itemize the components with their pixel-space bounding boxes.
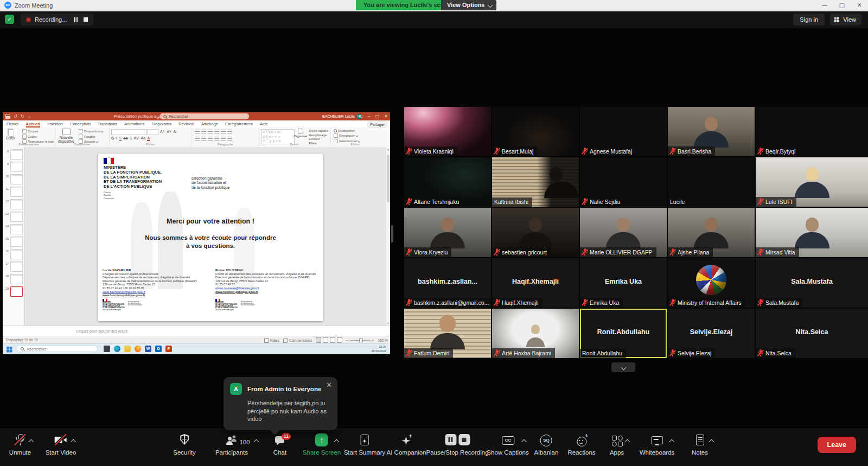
- slide-thumbnail-11[interactable]: 11: [3, 186, 24, 198]
- view-options-button[interactable]: View Options: [441, 0, 496, 10]
- strikethrough-button[interactable]: ab: [124, 136, 128, 141]
- chat-notification-popup[interactable]: A From Admin to Everyone ✕ Përshëndetje …: [224, 377, 337, 430]
- chevron-up-icon[interactable]: [669, 439, 675, 445]
- toolbar-chat-button[interactable]: Chat11: [273, 433, 287, 456]
- align-right-icon[interactable]: [208, 137, 213, 141]
- find-button[interactable]: Rechercher: [334, 129, 360, 132]
- ppt-close-button[interactable]: ✕: [384, 112, 388, 120]
- chevron-up-icon[interactable]: [254, 439, 259, 445]
- redo-icon[interactable]: ↻: [21, 114, 24, 119]
- zoom-level[interactable]: 102 %: [378, 339, 388, 342]
- windows-start-icon[interactable]: [7, 347, 9, 349]
- participant-tile[interactable]: Marie OLLIVIER DGAFP: [580, 208, 667, 257]
- ppt-ribbon-options-icon[interactable]: ▭: [359, 112, 363, 120]
- copy-button[interactable]: Copier: [22, 135, 54, 139]
- sign-in-button[interactable]: Sign in: [793, 14, 825, 25]
- smartart-icon[interactable]: [227, 137, 232, 141]
- minimize-button[interactable]: —: [816, 0, 833, 11]
- slide-thumbnail-9[interactable]: 9: [3, 161, 24, 173]
- slide-thumbnail-18[interactable]: 18: [3, 273, 24, 285]
- char-spacing-button[interactable]: AV: [134, 136, 139, 141]
- participant-tile[interactable]: Altane Tershnjaku: [404, 157, 491, 207]
- pause-recording-icon[interactable]: [74, 17, 78, 22]
- ppt-restore-button[interactable]: ▢: [375, 112, 380, 120]
- close-icon[interactable]: ✕: [326, 381, 332, 389]
- underline-button[interactable]: S: [119, 136, 122, 141]
- save-icon[interactable]: [5, 114, 10, 119]
- bullet-list-icon[interactable]: [195, 130, 200, 134]
- toolbar-whiteboards-button[interactable]: Whiteboards: [640, 433, 675, 456]
- chevron-up-icon[interactable]: [625, 439, 630, 445]
- tab-revision[interactable]: Révision: [178, 120, 194, 127]
- comments-toggle[interactable]: Commentaires: [283, 338, 312, 343]
- font-size-select[interactable]: [148, 129, 158, 135]
- slide-thumbnail-12[interactable]: 12: [3, 198, 24, 210]
- columns-icon[interactable]: [221, 137, 226, 141]
- share-document-button[interactable]: Partager: [367, 122, 387, 127]
- participant-tile[interactable]: Vlora.Kryeziu: [404, 208, 491, 257]
- stop-recording-icon[interactable]: [84, 17, 88, 22]
- ppt-minimize-button[interactable]: −: [368, 112, 371, 120]
- ppt-account[interactable]: BACHELIER LucileLB: [322, 112, 362, 120]
- qat-more-icon[interactable]: ⌄: [27, 114, 31, 119]
- toolbar-albanian-button[interactable]: SQAlbanian: [534, 433, 559, 456]
- zoom-slider[interactable]: −+: [346, 339, 374, 342]
- firefox-icon[interactable]: [135, 346, 141, 352]
- participant-tile[interactable]: Artë Hoxha Bajrami: [492, 309, 579, 358]
- notes-toggle[interactable]: Notes: [264, 338, 279, 343]
- slide-thumbnail-10[interactable]: 10: [3, 173, 24, 186]
- outlook-icon[interactable]: O: [155, 346, 162, 352]
- view-layout-button[interactable]: View: [830, 14, 861, 25]
- replace-button[interactable]: Remplacer: [334, 133, 360, 138]
- normal-view-button[interactable]: [316, 337, 321, 343]
- toolbar-security-button[interactable]: Security: [173, 433, 196, 456]
- slide-scrollbar[interactable]: ▲▼: [386, 147, 390, 325]
- chevron-up-icon[interactable]: [709, 439, 714, 445]
- tab-insertion[interactable]: Insertion: [47, 120, 63, 127]
- shapes-gallery[interactable]: ▱╲╲▭○▭△▽◇○☆▱◠⌒{ }☆▽: [261, 129, 295, 144]
- participant-tile[interactable]: Lucile: [668, 157, 755, 207]
- font-name-select[interactable]: [111, 129, 147, 135]
- slide-thumbnail-14[interactable]: 14: [3, 223, 24, 235]
- chevron-up-icon[interactable]: [521, 439, 527, 445]
- powerpoint-icon[interactable]: P: [165, 346, 172, 352]
- new-slide-button[interactable]: Nouvelle diapositive: [57, 129, 75, 143]
- tab-diaporama[interactable]: Diaporama: [151, 120, 171, 127]
- undo-icon[interactable]: ↺: [14, 114, 17, 119]
- tab-affichage[interactable]: Affichage: [201, 120, 218, 127]
- paste-button[interactable]: Coller: [6, 129, 15, 140]
- participant-tile[interactable]: Emrika UkaEmrika Uka: [580, 258, 667, 308]
- quick-access-toolbar[interactable]: ↺↻⌄: [5, 114, 31, 119]
- change-case-button[interactable]: Aa: [141, 136, 145, 141]
- participant-tile[interactable]: Beqir.Bytyqi: [756, 107, 868, 156]
- tab-accueil[interactable]: Accueil: [26, 120, 41, 127]
- justify-icon[interactable]: [214, 137, 219, 141]
- toolbar-reactions-button[interactable]: +Reactions: [567, 433, 595, 456]
- participant-tile[interactable]: Ministry of Internal Affairs: [668, 258, 755, 308]
- leave-button[interactable]: Leave: [818, 437, 856, 453]
- participant-tile[interactable]: Ajshe Pllana: [668, 208, 755, 257]
- recording-indicator[interactable]: Recording...: [21, 14, 93, 25]
- chevron-up-icon[interactable]: [71, 439, 76, 445]
- indent-increase-icon[interactable]: [214, 130, 219, 134]
- tab-conception[interactable]: Conception: [70, 120, 91, 127]
- file-explorer-icon[interactable]: [124, 346, 131, 352]
- shape-fill-button[interactable]: Remplissage: [309, 133, 330, 137]
- participant-tile[interactable]: Kaltrina Ibishi: [492, 157, 579, 207]
- participant-tile[interactable]: Nafie Sejdiu: [580, 157, 667, 207]
- pause-recording-icon[interactable]: [445, 434, 456, 445]
- cut-button[interactable]: Couper: [22, 129, 54, 133]
- slide-thumbnail-8[interactable]: 8: [3, 148, 24, 161]
- quick-styles-button[interactable]: Styles rapides: [309, 129, 330, 132]
- word-icon[interactable]: W: [145, 346, 151, 352]
- line-spacing-icon[interactable]: [221, 130, 226, 134]
- toolbar-participants-button[interactable]: Participants100: [215, 433, 248, 456]
- close-button[interactable]: ✕: [851, 0, 868, 11]
- participant-tile[interactable]: Mirsad Vitia: [756, 208, 868, 257]
- tab-transitions[interactable]: Transitions: [98, 120, 117, 127]
- toolbar-start-video-button[interactable]: Start Video: [46, 433, 76, 456]
- italic-button[interactable]: I: [116, 136, 117, 141]
- participant-tile[interactable]: Ronit.AbdullahuRonit.Abdullahu: [580, 309, 667, 358]
- slide-thumbnail-19[interactable]: 19: [3, 285, 24, 298]
- monitor-app-icon[interactable]: [104, 346, 110, 352]
